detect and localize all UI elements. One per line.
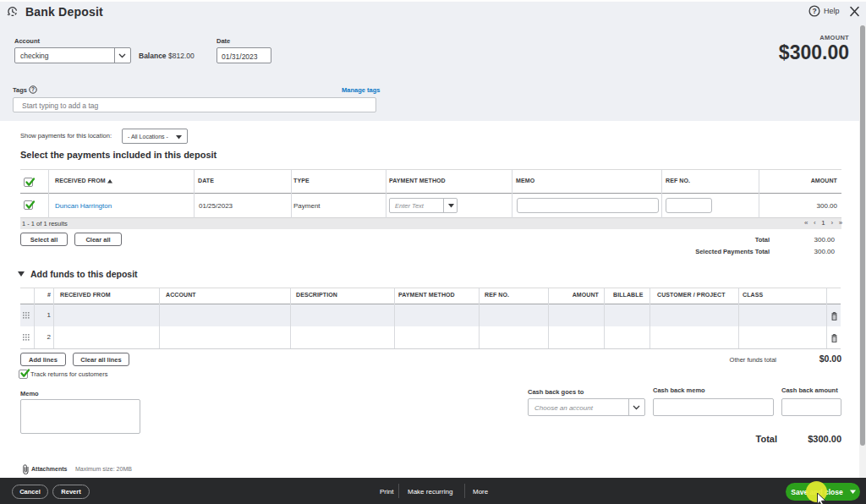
svg-text:?: ? xyxy=(812,7,816,15)
svg-text:?: ? xyxy=(31,86,35,92)
